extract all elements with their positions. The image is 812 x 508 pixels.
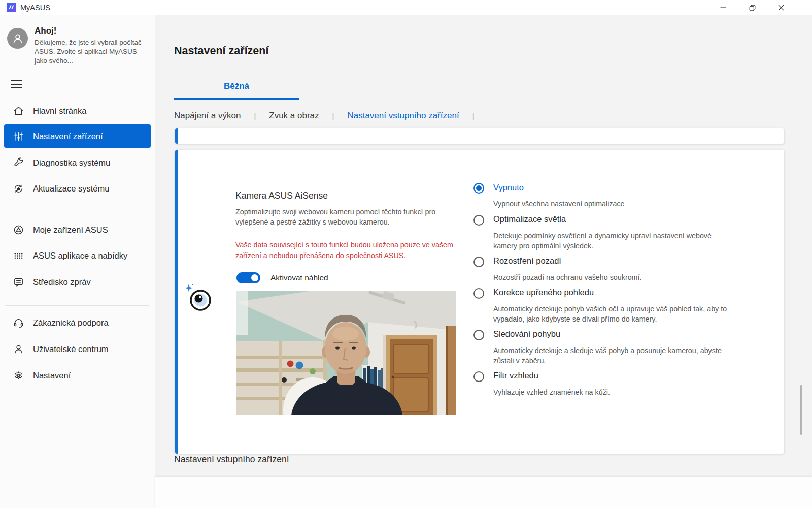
message-icon [13,276,24,288]
sidebar-divider [5,305,149,306]
greeting-title: Ahoj! [35,26,56,36]
headset-icon [13,317,24,329]
sidebar-item-my-devices[interactable]: Moje zařízení ASUS [4,218,151,241]
sidebar-item-label: Aktualizace systému [33,184,109,194]
sidebar-item-update[interactable]: Aktualizace systému [4,177,151,200]
aisense-eye-icon [184,283,215,314]
option-description: Automaticky detekuje pohyb vašich očí a … [493,304,736,324]
option-label[interactable]: Sledování pohybu [493,329,560,339]
sidebar-item-settings[interactable]: Nastavení [4,364,151,387]
sidebar-item-label: Středisko zpráv [33,277,91,287]
option-description: Rozostří pozadí na ochranu vašeho soukro… [493,272,732,282]
input-device-section-title: Nastavení vstupního zařízení [174,454,289,465]
subtab-sound[interactable]: Zvuk a obraz [269,111,319,121]
greeting-text: Děkujeme, že jste si vybrali počítač ASU… [35,38,145,66]
option-label[interactable]: Filtr vzhledu [493,371,538,380]
person-icon [13,343,24,355]
option-label[interactable]: Vypnuto [493,183,524,193]
sidebar-item-support[interactable]: Zákaznická podpora [4,311,151,334]
option-description: Detekuje podmínky osvětlení a dynamicky … [493,231,721,251]
subtab-input-device[interactable]: Nastavení vstupního zařízení [347,111,459,121]
sidebar-item-messages[interactable]: Středisko zpráv [4,271,151,293]
window-title: MyASUS [20,4,50,12]
sidebar: Ahoj! Děkujeme, že jste si vybrali počít… [0,15,155,508]
sidebar-item-label: Diagnostika systému [33,158,110,168]
option-description: Vypnout všechna nastavení optimalizace [493,199,732,209]
preview-toggle[interactable] [236,272,260,283]
sidebar-item-label: Nastavení [33,371,71,380]
sidebar-item-apps[interactable]: ASUS aplikace a nabídky [4,244,151,267]
sidebar-item-home[interactable]: Hlavní stránka [4,100,151,122]
radio-icon[interactable] [473,257,484,267]
camera-section-description: Zoptimalizujte svoji webovou kameru pomo… [235,207,455,227]
camera-card: Kamera ASUS AiSense Zoptimalizujte svoji… [175,150,784,454]
dot-grid-icon [13,250,24,262]
sliders-icon [13,131,24,142]
card-accent-bar [175,128,178,144]
option-description: Automaticky detekuje a sleduje váš pohyb… [493,345,733,366]
preview-toggle-label: Aktivovat náhled [270,273,328,282]
next-card-top [155,477,812,508]
radio-icon[interactable] [473,288,484,299]
sidebar-item-label: Zákaznická podpora [33,318,109,328]
card-partial-top [175,128,784,144]
radio-icon[interactable] [473,330,484,340]
option-label[interactable]: Rozostření pozadí [493,256,561,266]
sidebar-item-device-settings[interactable]: Nastavení zařízení [4,124,151,148]
toggle-knob [251,274,258,281]
myasus-logo-icon [7,3,16,12]
wrench-icon [13,157,24,169]
home-icon [13,105,24,117]
sidebar-item-label: Hlavní stránka [33,106,86,116]
radio-selected-icon[interactable] [473,183,484,194]
gear-icon [13,370,24,382]
subtab-power[interactable]: Napájení a výkon [174,111,241,121]
camera-section-title: Kamera ASUS AiSense [235,190,328,201]
subtab-separator: | [472,112,475,120]
myasus-window: MyASUS Ahoj! Děkujeme, že jste si vybral… [0,0,812,508]
tab-bezna[interactable]: Běžná [174,81,299,91]
privacy-warning-text: Vaše data související s touto funkcí bud… [235,240,465,261]
card-accent-bar [175,150,178,454]
page-title: Nastavení zařízení [174,45,268,57]
radio-icon[interactable] [473,371,484,382]
radio-icon[interactable] [473,215,484,226]
close-button[interactable] [769,0,793,15]
sidebar-item-user-center[interactable]: Uživatelské centrum [4,338,151,360]
triangle-circle-icon [13,224,24,236]
subtab-separator: | [254,112,256,120]
option-label[interactable]: Korekce upřeného pohledu [493,288,594,297]
option-label[interactable]: Optimalizace světla [493,214,566,224]
titlebar: MyASUS [0,0,812,15]
tab-underline [174,98,299,100]
update-icon [13,183,24,195]
minimize-button[interactable] [712,0,735,15]
avatar[interactable] [7,28,28,49]
sidebar-item-label: Nastavení zařízení [33,132,103,141]
subtab-separator: | [332,112,334,120]
scrollbar-thumb[interactable] [800,385,802,435]
hamburger-icon[interactable] [11,80,23,89]
sidebar-divider [5,210,149,210]
sidebar-item-label: Moje zařízení ASUS [33,225,108,235]
restore-button[interactable] [740,0,764,15]
subtab-bar: Napájení a výkon | Zvuk a obraz | Nastav… [174,111,475,121]
option-description: Vyhlazuje vzhled znamének na kůži. [493,387,732,397]
sidebar-item-diagnostics[interactable]: Diagnostika systému [4,151,151,174]
camera-preview [236,291,456,415]
sidebar-item-label: ASUS aplikace a nabídky [33,251,127,261]
sidebar-item-label: Uživatelské centrum [33,344,109,354]
